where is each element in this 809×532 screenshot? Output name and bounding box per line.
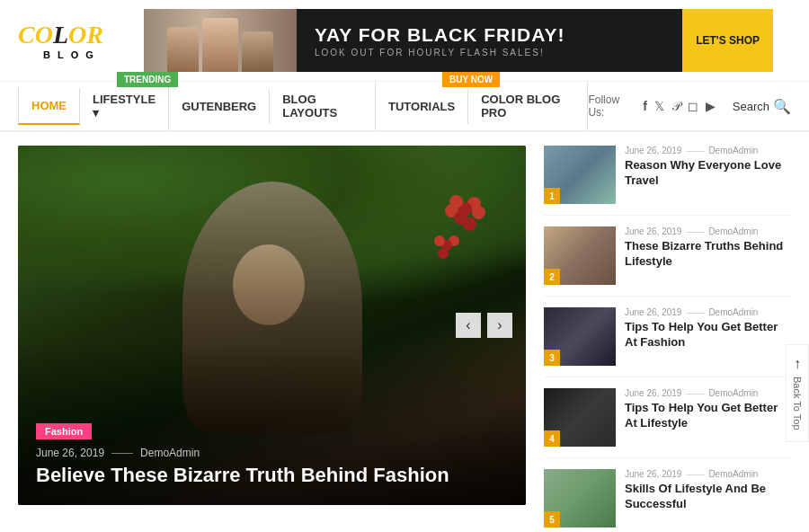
sidebar-item-info-4: June 26, 2019 —— DemoAdmin Tips To Help … <box>625 388 791 447</box>
item-number-5: 5 <box>544 511 560 528</box>
logo-blog-text: BLOG <box>18 49 126 60</box>
nav-item-gutenberg[interactable]: GUTENBERG <box>169 89 270 124</box>
sidebar-thumb-3: 3 <box>544 307 616 366</box>
logo[interactable]: COLOR BLOG <box>18 21 126 60</box>
sidebar-thumb-1: 1 <box>544 146 616 204</box>
sidebar-item-info-3: June 26, 2019 —— DemoAdmin Tips To Help … <box>625 307 791 366</box>
search-button[interactable]: Search 🔍 <box>733 98 791 115</box>
social-facebook[interactable]: f <box>643 99 647 113</box>
list-item: 2 June 26, 2019 —— DemoAdmin These Bizar… <box>544 226 791 297</box>
list-item: 4 June 26, 2019 —— DemoAdmin Tips To Hel… <box>544 388 791 458</box>
hero-next-button[interactable]: › <box>487 313 512 338</box>
sidebar-title-1[interactable]: Reason Why Everyone Love Travel <box>625 158 791 189</box>
sidebar-item-info-5: June 26, 2019 —— DemoAdmin Skills Of Lif… <box>625 469 791 528</box>
social-youtube[interactable]: ▶ <box>706 99 716 113</box>
nav-container: TRENDING BUY NOW HOME LIFESTYLE ▾ GUTENB… <box>0 82 809 132</box>
trending-badge: TRENDING <box>117 72 178 87</box>
sidebar-title-2[interactable]: These Bizarre Truths Behind Lifestyle <box>625 239 791 270</box>
sidebar: 1 June 26, 2019 —— DemoAdmin Reason Why … <box>544 146 791 532</box>
sidebar-meta-2: June 26, 2019 —— DemoAdmin <box>625 226 791 236</box>
hero-prev-button[interactable]: ‹ <box>456 313 481 338</box>
back-to-top-button[interactable]: ↑ Back To Top <box>786 344 809 442</box>
sidebar-meta-3: June 26, 2019 —— DemoAdmin <box>625 307 791 317</box>
list-item: 5 June 26, 2019 —— DemoAdmin Skills Of L… <box>544 469 791 528</box>
sidebar-item-info-1: June 26, 2019 —— DemoAdmin Reason Why Ev… <box>625 146 791 204</box>
buy-now-badge: BUY NOW <box>442 72 500 87</box>
item-number-4: 4 <box>544 430 560 447</box>
back-to-top-label: Back To Top <box>792 377 803 430</box>
nav-item-blog-layouts[interactable]: BLOG LAYOUTS <box>270 82 376 130</box>
sidebar-title-4[interactable]: Tips To Help You Get Better At Lifestyle <box>625 401 791 431</box>
social-instagram[interactable]: ◻ <box>688 99 698 113</box>
back-to-top-arrow: ↑ <box>794 356 801 372</box>
sidebar-meta-5: June 26, 2019 —— DemoAdmin <box>625 469 791 479</box>
item-number-2: 2 <box>544 269 560 285</box>
hero-date-line: June 26, 2019 —— DemoAdmin <box>36 447 508 459</box>
ad-banner: YAY FOR BLACK FRIDAY! LOOK OUT FOR HOURL… <box>144 9 773 72</box>
nav-item-color-blog-pro[interactable]: COLOR BLOG PRO <box>468 82 588 130</box>
ad-image <box>144 9 297 72</box>
sidebar-thumb-2: 2 <box>544 226 616 285</box>
sidebar-thumb-4: 4 <box>544 388 616 447</box>
ad-subline: LOOK OUT FOR HOURLY FLASH SALES! <box>315 48 565 58</box>
ad-text: YAY FOR BLACK FRIDAY! LOOK OUT FOR HOURL… <box>297 9 682 72</box>
nav-item-lifestyle[interactable]: LIFESTYLE ▾ <box>80 82 169 130</box>
hero-date-sep: —— <box>111 447 133 459</box>
main-content: ‹ › Fashion June 26, 2019 —— DemoAdmin B… <box>0 132 809 532</box>
sidebar-meta-4: June 26, 2019 —— DemoAdmin <box>625 388 791 398</box>
hero-title: Believe These Bizarre Truth Behind Fashi… <box>36 464 508 487</box>
hero-date: June 26, 2019 <box>36 447 104 459</box>
ad-headline: YAY FOR BLACK FRIDAY! <box>315 24 565 46</box>
follow-us-label: Follow Us: <box>588 93 632 119</box>
hero-author: DemoAdmin <box>140 447 200 459</box>
hero-category-badge[interactable]: Fashion <box>36 423 92 439</box>
logo-color-text: COLOR <box>18 21 126 49</box>
sidebar-thumb-5: 5 <box>544 469 616 528</box>
social-twitter[interactable]: 𝕏 <box>654 99 664 113</box>
item-number-1: 1 <box>544 188 560 204</box>
hero-slider: ‹ › Fashion June 26, 2019 —— DemoAdmin B… <box>18 146 526 505</box>
sidebar-title-5[interactable]: Skills Of Lifestyle And Be Successful <box>625 482 791 512</box>
item-number-3: 3 <box>544 350 560 366</box>
sidebar-title-3[interactable]: Tips To Help You Get Better At Fashion <box>625 320 791 350</box>
sidebar-meta-1: June 26, 2019 —— DemoAdmin <box>625 146 791 155</box>
search-icon: 🔍 <box>773 98 791 115</box>
list-item: 1 June 26, 2019 —— DemoAdmin Reason Why … <box>544 146 791 216</box>
header: COLOR BLOG YAY FOR BLACK FRIDAY! LOOK OU… <box>0 0 809 82</box>
search-label: Search <box>733 100 769 113</box>
social-pinterest[interactable]: 𝒫 <box>671 99 680 114</box>
nav-item-home[interactable]: HOME <box>18 88 80 125</box>
navbar: HOME LIFESTYLE ▾ GUTENBERG BLOG LAYOUTS … <box>0 82 809 130</box>
hero-meta: Fashion June 26, 2019 —— DemoAdmin Belie… <box>18 395 526 505</box>
list-item: 3 June 26, 2019 —— DemoAdmin Tips To Hel… <box>544 307 791 377</box>
sidebar-item-info-2: June 26, 2019 —— DemoAdmin These Bizarre… <box>625 226 791 285</box>
lets-shop-button[interactable]: LET'S SHOP <box>682 9 773 72</box>
nav-item-tutorials[interactable]: TUTORIALS <box>376 89 468 124</box>
